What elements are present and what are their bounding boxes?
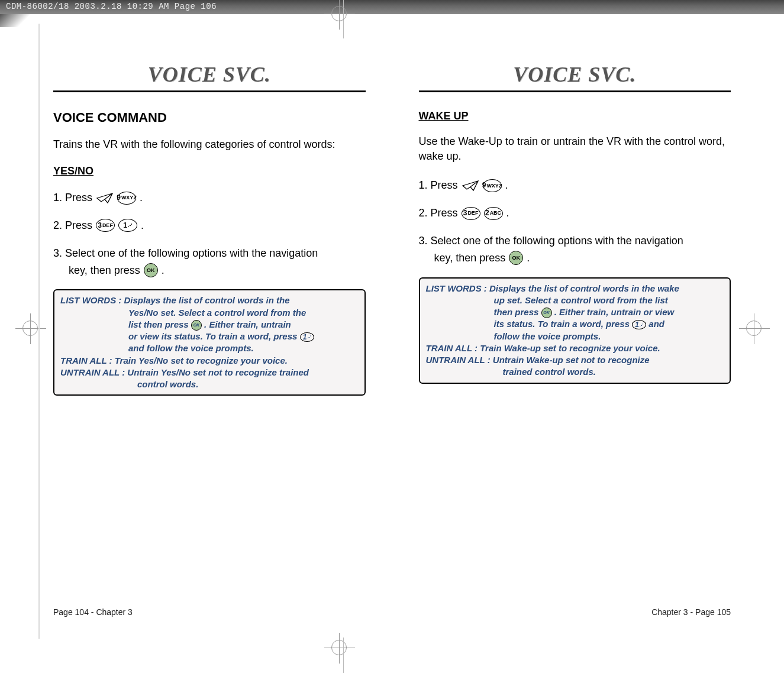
step-1: 1. Press 9WXYZ .	[419, 177, 731, 194]
box-text: trained control words.	[426, 366, 724, 378]
step-text: 2. Press	[53, 217, 92, 234]
intro-text: Trains the VR with the following categor…	[53, 137, 366, 152]
step-text: .	[141, 217, 144, 234]
step-2: 2. Press 3DEF 2ABC .	[419, 205, 731, 222]
registration-mark-icon	[22, 321, 38, 336]
left-page: VOICE SVC. VOICE COMMAND Trains the VR w…	[53, 62, 366, 617]
step-text: .	[162, 262, 164, 279]
step-text: .	[527, 250, 530, 267]
box-text: up set. Select a control word from the l…	[426, 295, 724, 306]
step-3: 3. Select one of the following options w…	[419, 232, 731, 267]
box-text: UNTRAIN ALL : Untrain Wake-up set not to…	[426, 354, 724, 366]
box-text: Displays the list of control words in th…	[124, 295, 290, 305]
footer-left: Page 104 - Chapter 3	[53, 607, 133, 617]
box-label: LIST WORDS :	[60, 295, 124, 305]
scan-wedge	[0, 14, 38, 27]
key-9-icon: 9WXYZ	[117, 192, 136, 205]
step-text: .	[506, 205, 509, 222]
step-text: 1. Press	[53, 189, 92, 206]
step-3: 3. Select one of the following options w…	[53, 245, 366, 279]
right-page: VOICE SVC. WAKE UP Use the Wake-Up to tr…	[419, 62, 731, 617]
ok-key-icon: OK	[509, 251, 523, 265]
box-line: or view its status. To train a word, pre…	[60, 331, 359, 342]
registration-mark-icon	[746, 321, 762, 336]
step-2: 2. Press 3DEF 1.-' .	[53, 217, 366, 234]
ok-key-icon: OK	[191, 320, 202, 331]
step-text: .	[505, 177, 508, 194]
step-text: 3. Select one of the following options w…	[53, 247, 318, 259]
key-2-icon: 2ABC	[484, 207, 503, 220]
box-line: then press OK . Either train, untrain or…	[426, 306, 724, 318]
key-3-icon: 3DEF	[96, 219, 115, 232]
box-text: Displays the list of control words in th…	[489, 283, 679, 293]
box-text: follow the voice prompts.	[426, 331, 724, 342]
info-box-right: LIST WORDS : Displays the list of contro…	[419, 277, 731, 384]
box-text: UNTRAIN ALL : Untrain Yes/No set not to …	[60, 367, 359, 378]
section-heading: VOICE COMMAND	[53, 110, 366, 125]
box-text: and follow the voice prompts.	[60, 342, 359, 354]
registration-mark-icon	[331, 6, 347, 21]
step-text: key, then press	[434, 250, 506, 267]
box-line: list then press OK . Either train, untra…	[60, 319, 359, 331]
ok-key-icon: OK	[144, 263, 158, 277]
fold-line-bottom	[343, 638, 344, 673]
box-text: control words.	[60, 378, 359, 390]
box-line: its status. To train a word, press 1.-' …	[426, 318, 724, 330]
key-3-icon: 3DEF	[462, 207, 480, 220]
page-title-left: VOICE SVC.	[53, 62, 366, 92]
intro-text: Use the Wake-Up to train or untrain the …	[419, 134, 731, 164]
box-text: TRAIN ALL : Train Wake-up set to recogni…	[426, 342, 724, 354]
subsection-heading: WAKE UP	[419, 110, 731, 122]
page-title-right: VOICE SVC.	[419, 62, 731, 92]
subsection-heading: YES/NO	[53, 165, 366, 177]
key-9-icon: 9WXYZ	[483, 179, 502, 192]
registration-mark-icon	[331, 640, 347, 655]
step-1: 1. Press 9WXYZ .	[53, 189, 366, 206]
scan-header-strip: CDM-86002/18 2003.2.18 10:29 AM Page 106	[0, 0, 784, 14]
box-label: LIST WORDS :	[426, 283, 490, 293]
key-1-icon: 1.-'	[118, 219, 137, 232]
paper-plane-icon	[462, 179, 479, 192]
step-text: 3. Select one of the following options w…	[419, 235, 683, 247]
info-box-left: LIST WORDS : Displays the list of contro…	[53, 289, 366, 396]
step-text: 2. Press	[419, 205, 458, 222]
scan-header-text: CDM-86002/18 2003.2.18 10:29 AM Page 106	[6, 2, 217, 11]
box-text: TRAIN ALL : Train Yes/No set to recogniz…	[60, 355, 359, 367]
key-1-icon: 1.-'	[632, 320, 646, 329]
page-spread: VOICE SVC. VOICE COMMAND Trains the VR w…	[53, 62, 731, 617]
step-text: 1. Press	[419, 177, 458, 194]
step-text: key, then press	[69, 262, 140, 279]
footer-right: Chapter 3 - Page 105	[651, 607, 731, 617]
box-text: Yes/No set. Select a control word from t…	[60, 307, 359, 319]
ok-key-icon: OK	[541, 308, 552, 318]
step-text: .	[140, 189, 143, 206]
paper-plane-icon	[96, 192, 114, 205]
inner-edge-shadow	[38, 24, 40, 639]
key-1-icon: 1.-'	[300, 332, 314, 342]
